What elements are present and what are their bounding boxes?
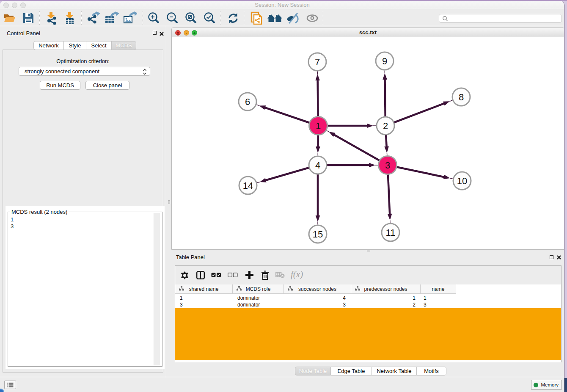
svg-text:15: 15 <box>313 229 323 240</box>
svg-text:10: 10 <box>457 176 467 186</box>
svg-text:6: 6 <box>245 97 250 107</box>
svg-text:9: 9 <box>382 56 387 66</box>
svg-text:4: 4 <box>315 160 320 171</box>
svg-text:2: 2 <box>383 121 388 131</box>
svg-text:1: 1 <box>316 121 321 131</box>
svg-text:3: 3 <box>385 160 390 171</box>
svg-text:7: 7 <box>315 57 320 67</box>
svg-text:11: 11 <box>386 227 396 238</box>
svg-text:14: 14 <box>243 180 253 191</box>
svg-text:8: 8 <box>459 92 464 102</box>
